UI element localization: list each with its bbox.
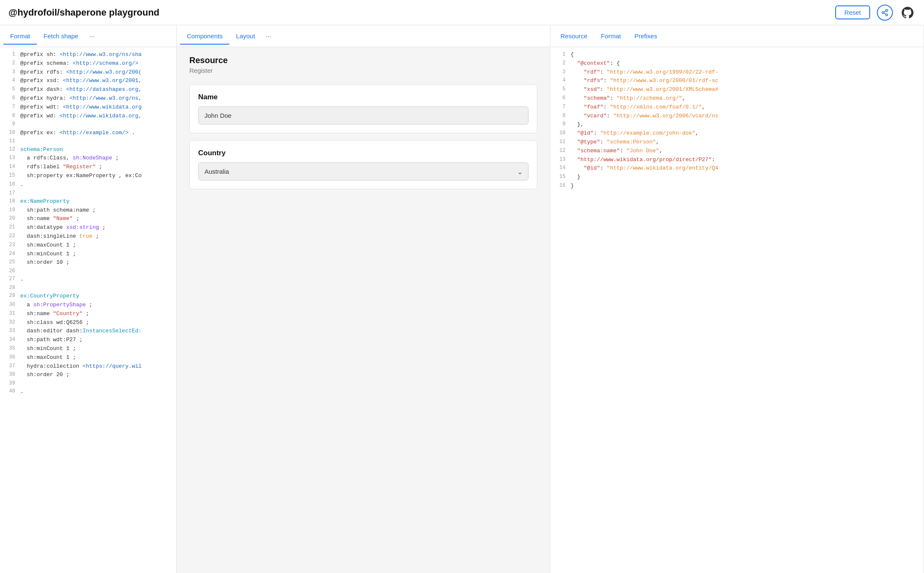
code-line: 21 sh:datatype xsd:string ;	[0, 223, 176, 232]
left-panel: Format Fetch shape ··· 1@prefix sh: <htt…	[0, 25, 177, 573]
code-line: 32 sh:class wd:Q6256 ;	[0, 318, 176, 327]
svg-line-3	[884, 13, 886, 14]
code-line: 2 "@context": {	[550, 59, 924, 68]
country-field-label: Country	[198, 149, 528, 157]
code-line: 16}	[550, 182, 924, 191]
svg-line-4	[884, 11, 886, 12]
code-line: 33 dash:editor dash:InstancesSelectEd:	[0, 327, 176, 336]
code-line: 29ex:CountryProperty	[0, 292, 176, 301]
code-line: 34 sh:path wdt:P27 ;	[0, 336, 176, 345]
code-line: 37 hydra:collection <https://query.wil	[0, 362, 176, 371]
code-line: 4@prefix xsd: <http://www.w3.org/2001,	[0, 77, 176, 85]
code-line: 14 "@id": "http://www.wikidata.org/entit…	[550, 164, 924, 173]
resource-title: Resource	[189, 56, 537, 65]
app-title: @hydrofoil/shaperone playground	[8, 7, 835, 18]
right-code-area: 1{ 2 "@context": { 3 "rdf": "http://www.…	[550, 47, 924, 573]
code-line: 10@prefix ex: <http://example.com/> .	[0, 129, 176, 138]
tab-format-left[interactable]: Format	[3, 28, 37, 45]
code-line: 15 }	[550, 173, 924, 182]
code-line: 9	[0, 120, 176, 128]
code-line: 6 "schema": "http://schema.org/",	[550, 94, 924, 103]
share-button[interactable]	[877, 5, 893, 21]
tab-prefixes[interactable]: Prefixes	[628, 28, 664, 45]
header-actions: Reset	[835, 5, 916, 21]
code-line: 36 sh:maxCount 1 ;	[0, 353, 176, 362]
code-line: 7@prefix wdt: <http://www.wikidata.org	[0, 103, 176, 112]
code-line: 10 "@id": "http://example.com/john-doe",	[550, 129, 924, 138]
code-line: 5@prefix dash: <http://datashapes.org,	[0, 85, 176, 94]
country-select[interactable]: Australia United States United Kingdom C…	[198, 162, 528, 180]
right-panel: Resource Format Prefixes 1{ 2 "@context"…	[550, 25, 924, 573]
code-line: 19 sh:path schema:name ;	[0, 206, 176, 215]
code-line: 7 "foaf": "http://xmlns.com/foaf/0.1/",	[550, 103, 924, 112]
code-line: 9 },	[550, 120, 924, 129]
name-input[interactable]	[198, 106, 528, 125]
tab-fetch-shape[interactable]: Fetch shape	[37, 28, 85, 45]
code-line: 23 sh:maxCount 1 ;	[0, 241, 176, 250]
tab-more-center[interactable]: ···	[262, 28, 276, 44]
name-field-label: Name	[198, 93, 528, 101]
github-button[interactable]	[900, 5, 916, 21]
code-line: 14 rdfs:label "Register" ;	[0, 163, 176, 172]
code-line: 3@prefix rdfs: <http://www.w3.org/200(	[0, 68, 176, 77]
code-line: 18ex:NameProperty	[0, 197, 176, 206]
code-line: 16.	[0, 180, 176, 189]
code-line: 8 "vcard": "http://www.w3.org/2006/vcard…	[550, 112, 924, 121]
code-line: 15 sh:property ex:NameProperty , ex:Co	[0, 172, 176, 180]
main-layout: Format Fetch shape ··· 1@prefix sh: <htt…	[0, 25, 924, 573]
code-line: 5 "xsd": "http://www.w3.org/2001/XMLSche…	[550, 85, 924, 94]
country-field-section: Country Australia United States United K…	[189, 140, 537, 189]
code-line: 35 sh:minCount 1 ;	[0, 345, 176, 353]
code-line: 13 "http://www.wikidata.org/prop/direct/…	[550, 156, 924, 164]
tab-layout[interactable]: Layout	[229, 28, 262, 45]
country-select-wrap: Australia United States United Kingdom C…	[198, 162, 528, 180]
code-line: 1{	[550, 50, 924, 59]
code-line: 4 "rdfs": "http://www.w3.org/2000/01/rdf…	[550, 77, 924, 85]
code-line: 1@prefix sh: <http://www.w3.org/ns/sha	[0, 50, 176, 59]
code-line: 2@prefix schema: <http://schema.org/>	[0, 59, 176, 68]
code-line: 24 sh:minCount 1 ;	[0, 250, 176, 259]
code-line: 17	[0, 189, 176, 197]
tab-more-left[interactable]: ···	[85, 28, 99, 44]
code-line: 38 sh:order 20 ;	[0, 371, 176, 379]
code-line: 3 "rdf": "http://www.w3.org/1999/02/22-r…	[550, 68, 924, 77]
center-tab-bar: Components Layout ···	[177, 25, 550, 47]
code-line: 13 a rdfs:Class, sh:NodeShape ;	[0, 154, 176, 163]
code-line: 30 a sh:PropertyShape ;	[0, 301, 176, 310]
code-line: 27.	[0, 275, 176, 284]
reset-button[interactable]: Reset	[835, 5, 870, 19]
code-line: 31 sh:name "Country" ;	[0, 310, 176, 318]
tab-format-right[interactable]: Format	[594, 28, 628, 45]
code-line: 6@prefix hydra: <http://www.w3.org/ns,	[0, 94, 176, 103]
center-panel: Components Layout ··· Resource Register …	[177, 25, 550, 573]
code-line: 25 sh:order 10 ;	[0, 258, 176, 267]
left-code-area: 1@prefix sh: <http://www.w3.org/ns/sha 2…	[0, 47, 176, 573]
code-line: 40.	[0, 387, 176, 396]
name-field-section: Name	[189, 84, 537, 133]
right-tab-bar: Resource Format Prefixes	[550, 25, 924, 47]
tab-components[interactable]: Components	[180, 28, 229, 45]
left-tab-bar: Format Fetch shape ···	[0, 25, 176, 47]
code-line: 39	[0, 379, 176, 387]
code-line: 11 "@type": "schema:Person",	[550, 138, 924, 147]
code-line: 28	[0, 284, 176, 292]
code-line: 8@prefix wd: <http://www.wikidata.org,	[0, 112, 176, 121]
code-line: 22 dash:singleLine true ;	[0, 232, 176, 241]
tab-resource[interactable]: Resource	[554, 28, 594, 45]
center-content: Resource Register Name Country Australia…	[177, 47, 550, 573]
github-icon	[902, 7, 913, 19]
code-line: 20 sh:name "Name" ;	[0, 215, 176, 223]
share-icon	[881, 9, 889, 16]
resource-subtitle: Register	[189, 67, 537, 74]
code-line: 12schema:Person	[0, 146, 176, 154]
code-line: 26	[0, 267, 176, 275]
code-line: 12 "schema:name": "John Doe",	[550, 147, 924, 156]
header: @hydrofoil/shaperone playground Reset	[0, 0, 924, 25]
code-line: 11	[0, 137, 176, 145]
